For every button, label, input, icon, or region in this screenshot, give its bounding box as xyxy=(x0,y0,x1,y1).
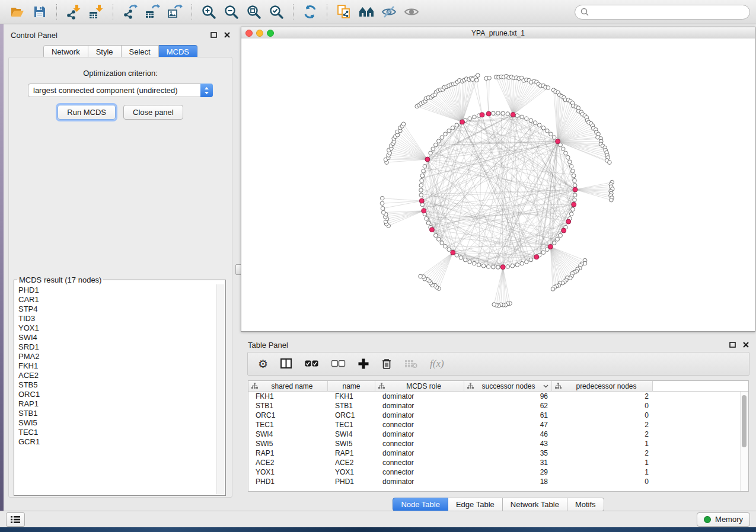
table-row[interactable]: RAP1 RAP1 dominator 35 2 xyxy=(248,448,748,458)
mcds-result-item[interactable]: FKH1 xyxy=(15,361,216,371)
graph-edge[interactable] xyxy=(429,252,453,281)
close-table-panel-button[interactable] xyxy=(743,342,749,348)
graph-node[interactable] xyxy=(551,287,555,291)
graph-node[interactable] xyxy=(419,274,423,278)
graph-edge[interactable] xyxy=(395,136,428,159)
save-session-button[interactable] xyxy=(30,2,49,21)
mcds-result-item[interactable]: SWI5 xyxy=(15,418,216,428)
graph-node[interactable] xyxy=(419,188,423,193)
graph-node[interactable] xyxy=(475,78,479,82)
mcds-result-item[interactable]: STP4 xyxy=(15,305,216,314)
graph-edge[interactable] xyxy=(421,121,532,194)
graph-edge[interactable] xyxy=(513,87,546,114)
graph-node[interactable] xyxy=(492,265,496,269)
graph-node-mcds[interactable] xyxy=(572,202,576,207)
graph-node[interactable] xyxy=(463,258,467,262)
graph-node[interactable] xyxy=(546,129,550,133)
graph-node[interactable] xyxy=(468,117,472,121)
graph-node[interactable] xyxy=(569,212,573,216)
network-window-titlebar[interactable]: YPA_prune.txt_1 xyxy=(241,27,755,39)
graph-node[interactable] xyxy=(515,114,519,118)
graph-edge[interactable] xyxy=(387,211,424,224)
open-session-button[interactable] xyxy=(8,2,27,21)
graph-node[interactable] xyxy=(552,241,556,245)
graph-node-mcds[interactable] xyxy=(451,250,455,255)
table-row[interactable]: FKH1 FKH1 dominator 96 2 xyxy=(248,392,748,401)
graph-node[interactable] xyxy=(459,256,463,260)
hide-selected-button[interactable] xyxy=(379,2,398,21)
graph-node-mcds[interactable] xyxy=(573,187,578,192)
graph-node[interactable] xyxy=(429,151,433,155)
create-column-button[interactable] xyxy=(358,358,369,369)
table-row[interactable]: TEC1 TEC1 connector 47 2 xyxy=(248,420,748,430)
graph-node[interactable] xyxy=(431,147,435,151)
graph-node[interactable] xyxy=(420,178,424,182)
graph-edge[interactable] xyxy=(558,114,583,142)
table-row[interactable]: STB1 STB1 dominator 62 0 xyxy=(248,401,748,411)
graph-edge[interactable] xyxy=(499,267,503,306)
network-canvas[interactable] xyxy=(241,39,755,331)
graph-node-mcds[interactable] xyxy=(500,265,505,270)
graph-node[interactable] xyxy=(556,238,560,242)
graph-node[interactable] xyxy=(447,129,451,133)
column-header-mcds-role[interactable]: MCDS role xyxy=(375,381,464,392)
graph-node[interactable] xyxy=(380,201,384,206)
graph-node[interactable] xyxy=(573,184,577,188)
graph-node[interactable] xyxy=(511,264,515,268)
graph-node-mcds[interactable] xyxy=(548,244,553,249)
graph-node[interactable] xyxy=(537,123,541,127)
graph-node[interactable] xyxy=(549,132,553,136)
graph-node[interactable] xyxy=(566,155,570,159)
graph-edge[interactable] xyxy=(462,78,471,122)
network-graph[interactable] xyxy=(241,39,755,331)
graph-node-mcds[interactable] xyxy=(425,157,430,162)
graph-edge[interactable] xyxy=(433,96,462,122)
graph-node[interactable] xyxy=(520,115,524,119)
graph-edge[interactable] xyxy=(422,114,513,204)
graph-edge[interactable] xyxy=(437,252,453,287)
graph-edge[interactable] xyxy=(513,81,534,114)
graph-node[interactable] xyxy=(561,147,565,151)
graph-node[interactable] xyxy=(571,207,575,211)
graph-node[interactable] xyxy=(473,115,477,119)
graph-edge[interactable] xyxy=(428,252,453,279)
graph-edge[interactable] xyxy=(426,98,462,122)
graph-node[interactable] xyxy=(573,198,577,202)
graph-node[interactable] xyxy=(437,139,441,143)
mcds-result-item[interactable]: STB5 xyxy=(15,380,216,390)
zoom-fit-button[interactable] xyxy=(244,2,263,21)
graph-node[interactable] xyxy=(541,126,546,130)
graph-node[interactable] xyxy=(473,261,477,265)
graph-node-mcds[interactable] xyxy=(429,227,434,232)
run-mcds-button[interactable]: Run MCDS xyxy=(58,105,116,120)
graph-node[interactable] xyxy=(468,260,472,264)
graph-node[interactable] xyxy=(529,118,533,123)
graph-node[interactable] xyxy=(564,151,568,155)
graph-node[interactable] xyxy=(481,264,486,268)
mcds-result-item[interactable]: RAP1 xyxy=(15,399,216,409)
graph-node[interactable] xyxy=(381,207,385,211)
show-column-selector-button[interactable] xyxy=(280,358,292,369)
graph-node[interactable] xyxy=(434,233,438,238)
first-neighbors-button[interactable] xyxy=(357,2,376,21)
search-box[interactable] xyxy=(575,5,750,20)
import-network-button[interactable] xyxy=(64,2,83,21)
table-row[interactable]: YOX1 YOX1 connector 29 1 xyxy=(248,467,748,477)
graph-node-mcds[interactable] xyxy=(556,139,560,144)
column-header-shared-name[interactable]: shared name xyxy=(248,381,328,392)
tab-node-table[interactable]: Node Table xyxy=(393,498,448,511)
graph-node[interactable] xyxy=(573,178,577,182)
table-row[interactable]: ACE2 ACE2 connector 31 1 xyxy=(248,458,748,467)
mcds-result-item[interactable]: PMA2 xyxy=(15,352,216,361)
graph-node[interactable] xyxy=(520,261,524,265)
task-history-button[interactable] xyxy=(6,512,25,527)
mcds-result-item[interactable]: SWI4 xyxy=(15,333,216,342)
mcds-result-item[interactable]: STB1 xyxy=(15,409,216,418)
graph-edge[interactable] xyxy=(387,159,428,162)
graph-node-mcds[interactable] xyxy=(422,209,426,213)
graph-node[interactable] xyxy=(486,265,490,269)
graph-edge[interactable] xyxy=(439,252,453,289)
column-header-predecessor-nodes[interactable]: predecessor nodes xyxy=(552,381,653,392)
deselect-all-rows-button[interactable] xyxy=(331,360,346,367)
mcds-result-item[interactable]: GCR1 xyxy=(15,437,216,447)
